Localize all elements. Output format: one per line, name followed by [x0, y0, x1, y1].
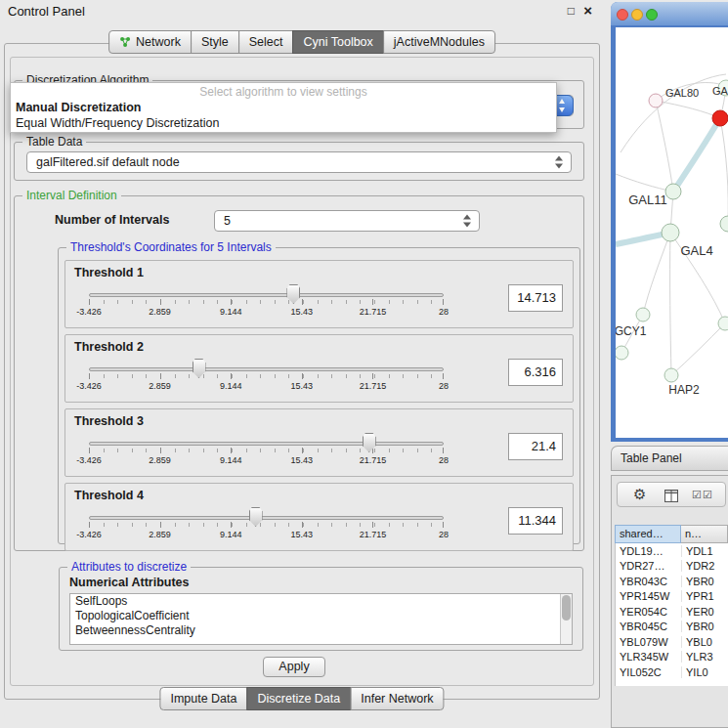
slider-major-tick: [89, 299, 90, 305]
float-window-icon[interactable]: □: [568, 4, 575, 18]
slider-track[interactable]: [89, 442, 444, 446]
threshold-value-field[interactable]: 6.316: [508, 359, 563, 386]
list-item[interactable]: TopologicalCoefficient: [70, 609, 572, 623]
slider-track[interactable]: [89, 516, 444, 520]
network-node-label: GAL4: [680, 243, 712, 258]
columns-icon[interactable]: [664, 489, 678, 506]
network-edge: [670, 233, 671, 375]
slider-major-tick: [231, 522, 232, 528]
slider-major-tick: [372, 373, 373, 379]
checkbox-icon[interactable]: ☑: [703, 489, 713, 500]
network-node[interactable]: [720, 216, 728, 232]
threshold-slider[interactable]: -3.426 2.859 9.144 15.43 21.715 28: [89, 359, 444, 400]
number-of-intervals-combobox[interactable]: 5: [214, 210, 480, 232]
network-node[interactable]: [636, 308, 650, 321]
tab-style[interactable]: Style: [191, 30, 239, 54]
slider-major-tick: [231, 299, 232, 305]
tab-network[interactable]: Network: [108, 30, 192, 54]
table-row[interactable]: YLR345WYLR3: [616, 650, 728, 665]
tab-infer-network[interactable]: Infer Network: [350, 687, 444, 710]
slider-major-tick: [160, 448, 161, 453]
tab-discretize-data[interactable]: Discretize Data: [247, 687, 352, 710]
table-row[interactable]: YIL052CYIL0: [616, 664, 728, 680]
traffic-light-minimize[interactable]: [631, 9, 643, 21]
updown-arrows-icon: [555, 156, 564, 169]
dropdown-option-equal-width-frequency[interactable]: Equal Width/Frequency Discretization: [11, 115, 556, 131]
network-node[interactable]: [616, 346, 628, 360]
arrow-up-icon: [559, 99, 565, 104]
table-row[interactable]: YDL19…YDL1: [616, 543, 728, 559]
tab-label: Network: [136, 35, 181, 49]
control-panel-window: Control Panel □ × Network Style Select C…: [0, 0, 604, 728]
threshold-panel: Threshold 2 -3.426 2.859 9.144 15.43 21.…: [64, 334, 574, 403]
scrollbar-thumb[interactable]: [562, 595, 571, 621]
slider-major-tick: [302, 373, 303, 379]
network-node-selected[interactable]: [712, 110, 728, 126]
slider-track[interactable]: [89, 293, 444, 297]
dropdown-option-manual-discretization[interactable]: Manual Discretization: [11, 100, 556, 115]
table-row[interactable]: YER054CYER0: [616, 604, 728, 620]
network-node[interactable]: [665, 184, 681, 199]
column-header-shared-name[interactable]: shared…: [615, 525, 681, 543]
table-row[interactable]: YBL079WYBL0: [616, 634, 728, 650]
threshold-value-field[interactable]: 11.344: [508, 507, 563, 535]
slider-major-tick: [443, 522, 444, 528]
threshold-slider[interactable]: -3.426 2.859 9.144 15.43 21.715 28: [89, 433, 444, 474]
slider-track[interactable]: [89, 367, 444, 371]
gear-icon[interactable]: ⚙: [633, 486, 646, 503]
checkbox-icon[interactable]: ☑: [692, 489, 703, 500]
network-node[interactable]: [718, 317, 728, 330]
slider-tick-label: 2.859: [149, 455, 171, 465]
table-row[interactable]: YPR145WYPR1: [616, 589, 728, 605]
control-panel-tabs: Network Style Select Cyni Toolbox jActiv…: [108, 30, 495, 54]
network-node[interactable]: [662, 224, 679, 241]
tab-impute-data[interactable]: Impute Data: [159, 687, 247, 710]
table-body: YDL19…YDL1 YDR27…YDR2 YBR043CYBR0 YPR145…: [615, 543, 728, 686]
attributes-listbox: SelfLoops TopologicalCoefficient Between…: [69, 593, 573, 645]
traffic-light-close[interactable]: [617, 9, 628, 21]
network-edge: [621, 74, 726, 152]
tab-label: Discretize Data: [258, 692, 341, 706]
threshold-panel: Threshold 3 -3.426 2.859 9.144 15.43 21.…: [64, 408, 574, 477]
slider-major-tick: [443, 448, 444, 453]
network-node[interactable]: [664, 368, 678, 382]
desktop: Control Panel □ × Network Style Select C…: [0, 0, 728, 728]
threshold-slider[interactable]: -3.426 2.859 9.144 15.43 21.715 28: [89, 507, 444, 548]
tab-select[interactable]: Select: [238, 30, 294, 54]
close-icon[interactable]: ×: [583, 2, 592, 19]
attributes-group: Attributes to discretize Numerical Attri…: [59, 567, 583, 651]
network-node-label: GA: [712, 85, 728, 97]
network-canvas[interactable]: GAL80 GA GAL11 GAL4 GCY1 HAP2: [616, 27, 728, 438]
tab-jactivemnodules[interactable]: jActiveMNodules: [383, 30, 495, 54]
network-edge: [671, 323, 725, 375]
tab-cyni-toolbox[interactable]: Cyni Toolbox: [292, 30, 383, 54]
arrow-down-icon: [559, 107, 565, 112]
network-node-label: HAP2: [668, 383, 700, 397]
table-row[interactable]: YBR043CYBR0: [616, 574, 728, 589]
table-row[interactable]: YBR045CYBR0: [616, 620, 728, 635]
threshold-label: Threshold 4: [74, 489, 144, 502]
cyni-bottom-tabs: Impute Data Discretize Data Infer Networ…: [159, 687, 444, 710]
thresholds-group: Threshold's Coordinates for 5 Intervals …: [58, 247, 580, 544]
threshold-value-field[interactable]: 14.713: [508, 284, 563, 312]
column-header-name[interactable]: n…: [681, 525, 728, 543]
network-node-label: GAL80: [665, 87, 699, 99]
list-item[interactable]: SelfLoops: [70, 594, 572, 609]
network-edge: [656, 101, 720, 118]
traffic-light-zoom[interactable]: [646, 9, 658, 21]
threshold-slider[interactable]: -3.426 2.859 9.144 15.43 21.715 28: [89, 284, 444, 325]
table-data-combobox[interactable]: galFiltered.sif default node: [26, 151, 572, 173]
network-edge: [720, 118, 728, 224]
updown-arrows-icon: [463, 215, 472, 228]
slider-major-tick: [372, 299, 373, 305]
slider-tick-label: -3.426: [76, 307, 102, 317]
table-row[interactable]: YDR27…YDR2: [616, 559, 728, 575]
threshold-value-field[interactable]: 21.4: [508, 433, 563, 460]
apply-button[interactable]: Apply: [263, 657, 325, 677]
network-window-titlebar[interactable]: [611, 2, 728, 25]
list-scrollbar[interactable]: [560, 594, 572, 644]
network-node[interactable]: [649, 94, 663, 107]
list-item[interactable]: BetweennessCentrality: [70, 623, 572, 638]
slider-minor-ticks: [89, 523, 444, 527]
slider-tick-label: 15.43: [291, 307, 314, 317]
